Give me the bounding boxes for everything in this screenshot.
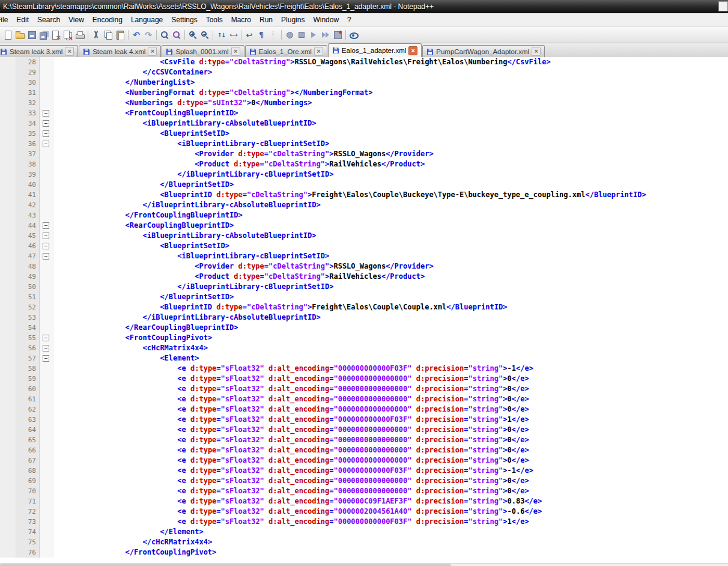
tab-ealos-1-ore-xml[interactable]: Ealos_1_Ore.xml× xyxy=(245,45,327,57)
tab-close-icon[interactable]: × xyxy=(408,46,417,55)
code-line[interactable]: </FrontCouplingBlueprintID> xyxy=(54,210,728,221)
zoom-in-icon[interactable] xyxy=(187,29,198,40)
stop-recording-icon[interactable] xyxy=(296,29,307,40)
code-line[interactable]: <iBlueprintLibrary-cAbsoluteBlueprintID> xyxy=(54,231,728,241)
bookmark-margin[interactable] xyxy=(0,353,16,364)
code-line[interactable]: <e d:type="sFloat32" d:alt_encoding="000… xyxy=(54,507,728,517)
code-line[interactable]: </iBlueprintLibrary-cAbsoluteBlueprintID… xyxy=(54,312,728,323)
replace-icon[interactable] xyxy=(171,29,182,40)
menu-item-macro[interactable]: Macro xyxy=(227,14,255,26)
undo-icon[interactable] xyxy=(131,29,142,40)
code-line[interactable]: <e d:type="sFloat32" d:alt_encoding="000… xyxy=(54,404,728,415)
bookmark-margin[interactable] xyxy=(0,108,16,118)
code-line[interactable]: <e d:type="sFloat32" d:alt_encoding="000… xyxy=(54,394,728,404)
code-line[interactable]: <iBlueprintLibrary-cBlueprintSetID> xyxy=(54,139,728,149)
save-file-icon[interactable] xyxy=(26,29,37,40)
redo-icon[interactable] xyxy=(143,29,154,40)
fold-collapse-icon[interactable] xyxy=(43,243,49,249)
code-line[interactable]: <e d:type="sFloat32" d:alt_encoding="000… xyxy=(54,415,728,425)
menu-item-edit[interactable]: Edit xyxy=(12,14,33,26)
code-line[interactable]: </iBlueprintLibrary-cBlueprintSetID> xyxy=(54,282,728,292)
bookmark-margin[interactable] xyxy=(0,118,16,129)
bookmark-margin[interactable] xyxy=(0,129,16,139)
bookmark-margin[interactable] xyxy=(0,384,16,394)
fold-collapse-icon[interactable] xyxy=(43,222,49,229)
bookmark-margin[interactable] xyxy=(0,78,16,88)
bookmark-margin[interactable] xyxy=(0,404,16,415)
bookmark-margin[interactable] xyxy=(0,343,16,353)
code-line[interactable]: <FrontCouplingBlueprintID> xyxy=(54,108,728,118)
bookmark-margin[interactable] xyxy=(0,241,16,251)
bookmark-margin[interactable] xyxy=(0,200,16,210)
bookmark-margin[interactable] xyxy=(0,435,16,445)
code-line[interactable]: <e d:type="sFloat32" d:alt_encoding="000… xyxy=(54,517,728,527)
code-line[interactable]: </iBlueprintLibrary-cBlueprintSetID> xyxy=(54,169,728,180)
code-line[interactable]: </iBlueprintLibrary-cAbsoluteBlueprintID… xyxy=(54,200,728,210)
bookmark-margin[interactable] xyxy=(0,425,16,435)
code-line[interactable]: <Product d:type="cDeltaString">RailVehic… xyxy=(54,159,728,169)
bookmark-margin[interactable] xyxy=(0,476,16,486)
playback-macro-icon[interactable] xyxy=(308,29,319,40)
code-line[interactable]: <e d:type="sFloat32" d:alt_encoding="000… xyxy=(54,364,728,374)
bookmark-margin[interactable] xyxy=(0,88,16,98)
tab-steam-leak-4-xml[interactable]: Steam leak 4.xml× xyxy=(79,45,161,57)
start-recording-icon[interactable] xyxy=(284,29,295,40)
fold-collapse-icon[interactable] xyxy=(43,130,49,137)
bookmark-margin[interactable] xyxy=(0,333,16,343)
bookmark-margin[interactable] xyxy=(0,210,16,221)
code-line[interactable]: <RearCouplingBlueprintID> xyxy=(54,221,728,231)
code-line[interactable]: <e d:type="sFloat32" d:alt_encoding="000… xyxy=(54,496,728,507)
run-macro-multiple-icon[interactable] xyxy=(320,29,331,40)
bookmark-margin[interactable] xyxy=(0,272,16,282)
code-line[interactable]: <FrontCouplingPivot> xyxy=(54,333,728,343)
close-file-icon[interactable] xyxy=(50,29,61,40)
bookmark-margin[interactable] xyxy=(0,98,16,108)
code-line[interactable]: <CsvFile d:type="cDeltaString">RSSLO_Wag… xyxy=(54,57,728,67)
fold-collapse-icon[interactable] xyxy=(43,110,49,117)
fold-collapse-icon[interactable] xyxy=(43,355,49,362)
menu-item-run[interactable]: Run xyxy=(255,14,277,26)
tab-close-icon[interactable]: × xyxy=(532,47,541,56)
code-line[interactable]: <Element> xyxy=(54,353,728,364)
bookmark-margin[interactable] xyxy=(0,67,16,78)
fold-collapse-icon[interactable] xyxy=(43,253,49,260)
bookmark-margin[interactable] xyxy=(0,221,16,231)
bookmark-margin[interactable] xyxy=(0,180,16,190)
tab-close-icon[interactable]: × xyxy=(148,47,157,56)
fold-collapse-icon[interactable] xyxy=(43,141,49,147)
code-line[interactable]: <e d:type="sFloat32" d:alt_encoding="000… xyxy=(54,486,728,496)
bookmark-margin[interactable] xyxy=(0,507,16,517)
code-line[interactable]: </cCSVContainer> xyxy=(54,67,728,78)
bookmark-margin[interactable] xyxy=(0,374,16,384)
code-line[interactable]: <NumberingFormat d:type="cDeltaString"><… xyxy=(54,88,728,98)
open-file-icon[interactable] xyxy=(14,29,25,40)
menu-item-view[interactable]: View xyxy=(64,14,88,26)
code-line[interactable]: </cHcRMatrix4x4> xyxy=(54,537,728,547)
copy-icon[interactable] xyxy=(103,29,114,40)
bookmark-margin[interactable] xyxy=(0,323,16,333)
menu-item-plugins[interactable]: Plugins xyxy=(277,14,309,26)
code-line[interactable]: <cHcRMatrix4x4> xyxy=(54,343,728,353)
bookmark-margin[interactable] xyxy=(0,312,16,323)
bookmark-margin[interactable] xyxy=(0,57,16,67)
code-line[interactable]: <Provider d:type="cDeltaString">RSSLO_Wa… xyxy=(54,261,728,272)
tab-ealos-1-adapter-xml[interactable]: Ealos_1_adapter.xml× xyxy=(328,43,422,57)
bookmark-margin[interactable] xyxy=(0,466,16,476)
code-line[interactable]: <BlueprintID d:type="cDeltaString">Freig… xyxy=(54,302,728,312)
fold-collapse-icon[interactable] xyxy=(43,120,49,127)
close-all-files-icon[interactable] xyxy=(62,29,73,40)
tab-close-icon[interactable]: × xyxy=(231,47,240,56)
horizontal-scrollbar[interactable] xyxy=(0,563,728,566)
paste-icon[interactable] xyxy=(115,29,126,40)
tab-splash-0001-xml[interactable]: Splash_0001.xml× xyxy=(162,45,244,57)
fold-collapse-icon[interactable] xyxy=(43,335,49,341)
show-all-characters-icon[interactable] xyxy=(256,29,267,40)
bookmark-margin[interactable] xyxy=(0,394,16,404)
sync-scroll-vertical-icon[interactable] xyxy=(216,29,226,40)
code-line[interactable]: <e d:type="sFloat32" d:alt_encoding="000… xyxy=(54,466,728,476)
bookmark-margin[interactable] xyxy=(0,169,16,180)
bookmark-margin[interactable] xyxy=(0,486,16,496)
editor-area[interactable]: 28 <CsvFile d:type="cDeltaString">RSSLO_… xyxy=(0,57,728,563)
code-line[interactable]: <e d:type="sFloat32" d:alt_encoding="000… xyxy=(54,425,728,435)
tab-pumpcartwagon-adaptor-xml[interactable]: PumpCartWagon_Adaptor.xml× xyxy=(422,45,545,57)
